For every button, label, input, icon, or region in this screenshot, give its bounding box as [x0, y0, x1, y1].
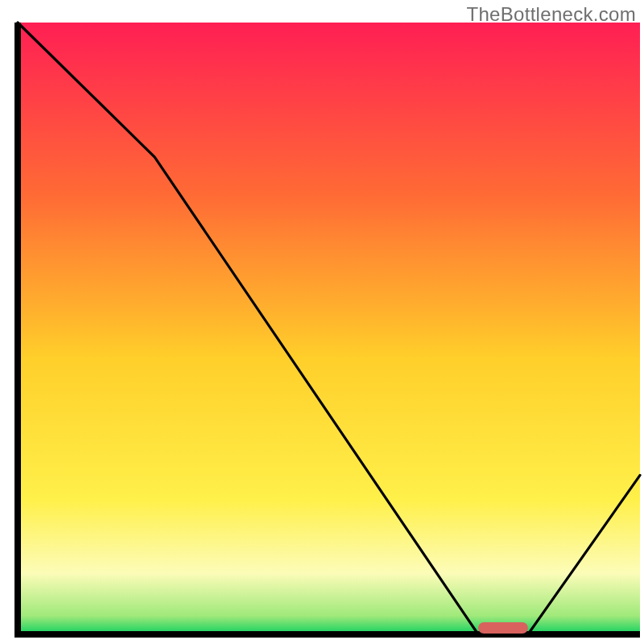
chart-container: { "watermark": "TheBottleneck.com", "cha… [0, 0, 644, 644]
bottleneck-chart [0, 0, 644, 644]
watermark-text: TheBottleneck.com [466, 3, 636, 26]
optimal-marker [478, 622, 528, 634]
